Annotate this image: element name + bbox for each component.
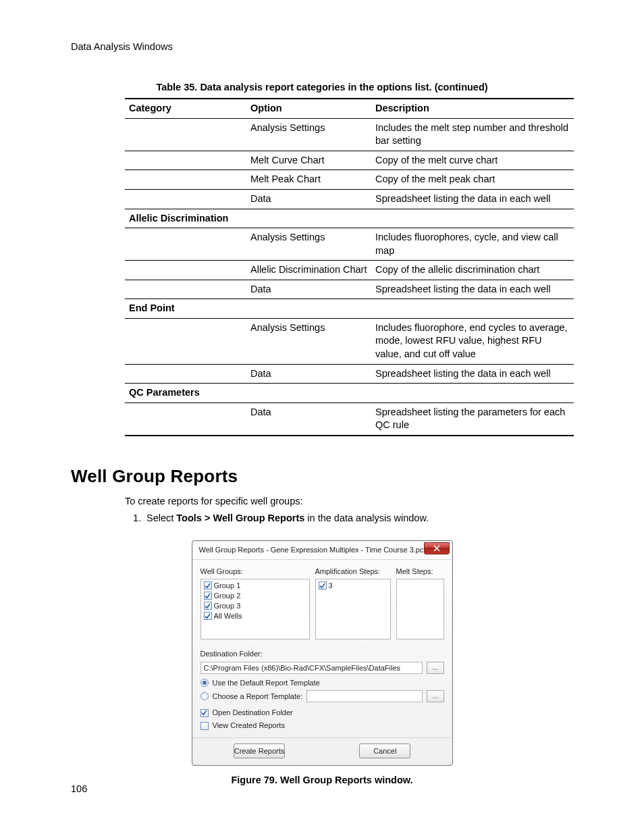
table-cell bbox=[125, 151, 246, 170]
radio-choose-label: Choose a Report Template: bbox=[213, 692, 303, 702]
radio-default-template[interactable] bbox=[200, 679, 209, 687]
page-number: 106 bbox=[71, 783, 87, 796]
table-cell bbox=[125, 402, 246, 436]
table-section-header: End Point bbox=[125, 299, 574, 319]
th-desc: Description bbox=[371, 99, 574, 118]
step1-post: in the data analysis window. bbox=[304, 513, 429, 523]
list-item-label: All Wells bbox=[214, 611, 242, 621]
list-item-label: Group 3 bbox=[214, 601, 241, 611]
table-section-header: Allelic Discrimination bbox=[125, 209, 574, 228]
table-cell bbox=[125, 228, 246, 261]
table-cell bbox=[125, 170, 246, 190]
table-cell: Spreadsheet listing the data in each wel… bbox=[371, 280, 574, 299]
open-dest-checkbox[interactable] bbox=[200, 709, 209, 717]
list-item[interactable]: Group 3 bbox=[204, 601, 306, 611]
dest-folder-input[interactable]: C:\Program Files (x86)\Bio-Rad\CFX\Sampl… bbox=[200, 662, 423, 674]
close-button[interactable] bbox=[424, 542, 450, 554]
checkbox-icon bbox=[204, 602, 212, 610]
table-caption: Table 35. Data analysis report categorie… bbox=[71, 81, 573, 95]
th-category: Category bbox=[125, 99, 246, 118]
well-groups-list[interactable]: Group 1Group 2Group 3All Wells bbox=[200, 579, 310, 640]
list-item[interactable]: Group 2 bbox=[204, 591, 306, 601]
list-item[interactable]: 3 bbox=[319, 581, 387, 591]
browse-dest-button[interactable]: ... bbox=[427, 662, 444, 674]
dialog-title: Well Group Reports - Gene Expression Mul… bbox=[199, 546, 431, 554]
view-created-checkbox[interactable] bbox=[200, 722, 209, 730]
view-created-label: View Created Reports bbox=[213, 721, 285, 731]
report-categories-table: Category Option Description Analysis Set… bbox=[125, 98, 574, 436]
melt-steps-list[interactable] bbox=[396, 579, 444, 640]
radio-choose-template[interactable] bbox=[200, 692, 209, 700]
table-cell: Copy of the allelic discrimination chart bbox=[371, 261, 574, 280]
table-cell: Data bbox=[246, 280, 371, 299]
th-option: Option bbox=[246, 99, 371, 118]
table-cell: Analysis Settings bbox=[246, 118, 371, 151]
table-cell: Copy of the melt peak chart bbox=[371, 170, 574, 190]
well-groups-label: Well Groups: bbox=[200, 567, 310, 577]
list-item[interactable]: All Wells bbox=[204, 611, 306, 621]
table-cell bbox=[125, 318, 246, 364]
table-cell: Spreadsheet listing the data in each wel… bbox=[371, 189, 574, 209]
dest-folder-label: Destination Folder: bbox=[200, 649, 444, 659]
radio-default-label: Use the Default Report Template bbox=[213, 678, 320, 688]
table-cell bbox=[125, 280, 246, 299]
amp-steps-list[interactable]: 3 bbox=[315, 579, 391, 640]
checkbox-icon bbox=[319, 581, 327, 590]
step1-bold: Tools > Well Group Reports bbox=[176, 513, 304, 523]
checkbox-icon bbox=[204, 581, 212, 590]
table-cell: Data bbox=[246, 364, 371, 384]
table-section-header: QC Parameters bbox=[125, 384, 574, 403]
create-reports-button[interactable]: Create Reports bbox=[234, 744, 286, 758]
amp-steps-label: Amplification Steps: bbox=[315, 567, 391, 577]
table-cell: Includes fluorophores, cycle, and view c… bbox=[371, 228, 574, 261]
step-1: Select Tools > Well Group Reports in the… bbox=[144, 512, 573, 525]
intro-text: To create reports for specific well grou… bbox=[125, 495, 573, 509]
table-cell: Analysis Settings bbox=[246, 318, 371, 364]
open-dest-label: Open Destination Folder bbox=[213, 708, 293, 718]
table-cell: Melt Peak Chart bbox=[246, 170, 371, 190]
checkbox-icon bbox=[204, 592, 212, 600]
table-cell bbox=[125, 118, 246, 151]
table-cell: Melt Curve Chart bbox=[246, 151, 371, 170]
table-cell bbox=[125, 364, 246, 384]
table-cell: Data bbox=[246, 402, 371, 436]
close-icon bbox=[433, 545, 440, 552]
table-cell: Analysis Settings bbox=[246, 228, 371, 261]
table-cell: Copy of the melt curve chart bbox=[371, 151, 574, 170]
table-cell: Includes the melt step number and thresh… bbox=[371, 118, 574, 151]
table-cell bbox=[125, 261, 246, 280]
template-path-input[interactable] bbox=[306, 690, 422, 702]
well-group-reports-dialog: Well Group Reports - Gene Expression Mul… bbox=[192, 540, 453, 766]
table-cell: Data bbox=[246, 189, 371, 209]
step1-pre: Select bbox=[146, 513, 176, 523]
cancel-button[interactable]: Cancel bbox=[359, 744, 410, 758]
section-heading: Well Group Reports bbox=[71, 465, 573, 488]
melt-steps-label: Melt Steps: bbox=[396, 567, 444, 577]
table-cell: Spreadsheet listing the parameters for e… bbox=[371, 402, 574, 436]
list-item-label: Group 2 bbox=[214, 591, 241, 601]
list-item-label: Group 1 bbox=[214, 581, 241, 591]
table-cell bbox=[125, 189, 246, 209]
figure-caption: Figure 79. Well Group Reports window. bbox=[71, 774, 573, 787]
list-item-label: 3 bbox=[329, 581, 333, 591]
table-cell: Includes fluorophore, end cycles to aver… bbox=[371, 318, 574, 364]
list-item[interactable]: Group 1 bbox=[204, 581, 306, 591]
checkbox-icon bbox=[204, 612, 212, 620]
running-head: Data Analysis Windows bbox=[71, 41, 573, 54]
table-cell: Allelic Discrimination Chart bbox=[246, 261, 371, 280]
table-cell: Spreadsheet listing the data in each wel… bbox=[371, 364, 574, 384]
browse-template-button[interactable]: ... bbox=[427, 690, 444, 702]
